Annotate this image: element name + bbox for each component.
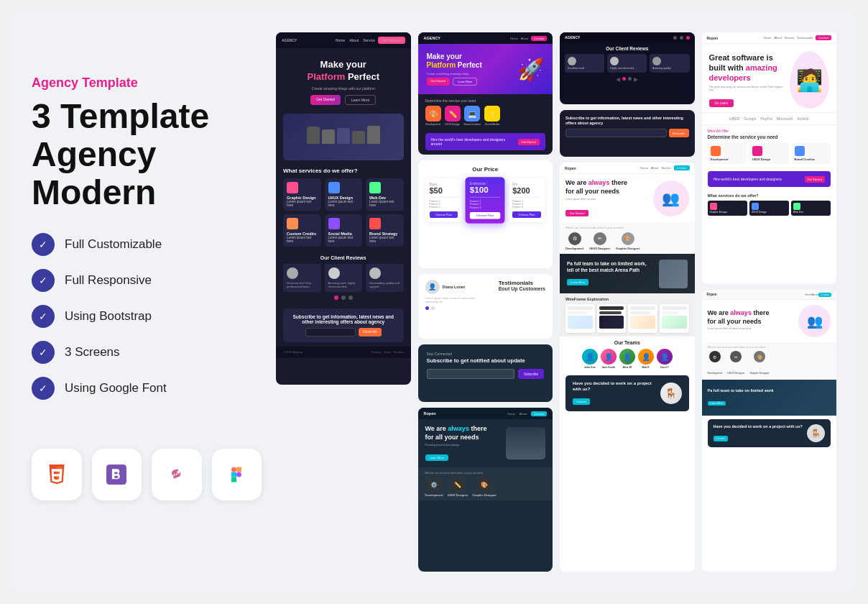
wlt-nav: Ropen Home About Service Contact	[560, 163, 695, 174]
gradient-software-template: Ropen Home About Service Testimonials Co…	[702, 32, 837, 284]
dark-learn-btn: Learn More	[345, 95, 377, 105]
plan-pro: Pro $200 Feature 1 Feature 2 Feature 3 C…	[508, 178, 545, 222]
testimonials-section: 👤 Diana Loner Lorem ipsum dolor sit amet…	[418, 274, 553, 339]
dark-services: What services do we offer? Graphic Desig…	[276, 163, 411, 251]
pricing-template: Our Price Basic $50 Feature 1 Feature 2 …	[418, 160, 553, 268]
dark-hero-buttons: Get Started Learn More	[283, 95, 404, 105]
dark-footer-links: Privacy · Terms · Contact	[371, 350, 403, 354]
wlt-hero: We are always therefor all your needs Lo…	[560, 174, 695, 222]
dm-learn-btn[interactable]: Learn More	[425, 454, 448, 461]
figma-icon	[212, 449, 262, 500]
dark-email-input[interactable]	[305, 328, 356, 337]
sdr-input[interactable]	[565, 129, 667, 137]
rwt-nav-dots: ◀ ▶	[565, 76, 690, 83]
test-nav	[425, 306, 546, 310]
dark-copyright: © 2024 Agency	[283, 350, 303, 354]
tech-icons	[32, 449, 262, 500]
wlt-svc-3: 🎨 Graphic Designer	[616, 232, 640, 250]
sdr-form: Subscribe	[565, 129, 689, 137]
svg-rect-5	[231, 472, 236, 477]
dark-service-2: UI/UX Design Lorem ipsum text here	[325, 178, 363, 211]
dm-svc-2: ✏️ UI/UX Designer	[448, 477, 468, 497]
check-icon-4: ✓	[32, 341, 55, 364]
dark-hero-sub: Create amazing things with our platform	[283, 86, 404, 91]
wlt-team: Our Teams 👤 John Doe 👤 Jane Smith 👤 A	[560, 337, 695, 372]
wlt-wf-grid	[565, 304, 689, 333]
plan-enterprise: Enterprise $100 Feature 1 Feature 2 Feat…	[466, 177, 505, 224]
wlt-svc-2: ✏ UI/UX Designer	[589, 232, 610, 250]
pd-hero: Make yourPlatform Perfect Create somethi…	[418, 44, 553, 94]
dark-reviews-row: Great service! Very professional team. A…	[283, 264, 404, 292]
dark-service-icon-4	[287, 218, 298, 229]
dark-subscribe-title: Subscribe to get information, latest new…	[290, 314, 397, 324]
sdr-submit-btn[interactable]: Subscribe	[669, 129, 689, 137]
dark-template-screenshot: AGENCY Home About Service Get Started Ma…	[276, 32, 411, 385]
dark-nav-links: Home About Service	[336, 38, 375, 42]
bs-cta-img: 🪑	[807, 424, 825, 442]
test-header: 👤 Diana Loner Lorem ipsum dolor sit amet…	[425, 280, 546, 303]
dm-service-items: ⚙️ Development ✏️ UI/UX Designer 🎨 Graph…	[425, 477, 546, 497]
dm-nav: Ropen Home About Contact	[418, 408, 553, 419]
plan-basic: Basic $50 Feature 1 Feature 2 Feature 3 …	[425, 178, 463, 222]
check-icon-3: ✓	[32, 305, 55, 328]
feature-4: ✓ 3 Screens	[32, 341, 262, 364]
rocket-emoji: 🚀	[517, 57, 544, 82]
feature-5: ✓ Using Google Font	[32, 377, 262, 400]
main-title-line2: Agency Modern	[32, 135, 156, 211]
pd-icons-row: 🎨 Development ✏️ UI/UX Design 💻 Brand Cr…	[425, 106, 546, 126]
wlt-svc-1: ⚙ Development	[565, 232, 583, 250]
dm-services: Where our services add value to your pro…	[418, 467, 553, 500]
bs-nav: Ropen Home About Contact	[702, 290, 837, 300]
gs-learn-btn[interactable]: Go Learn	[709, 99, 734, 107]
dark-team-area	[276, 111, 411, 163]
wf-3	[628, 304, 657, 333]
wf-1	[565, 304, 595, 333]
check-icon-1: ✓	[32, 233, 55, 256]
sub-dark-input[interactable]	[427, 369, 514, 379]
dark-subscribe-btn[interactable]: Subscribe	[359, 328, 382, 337]
gs-hire-bar: Hire world's best developers and designe…	[708, 171, 831, 187]
svg-rect-7	[236, 467, 241, 472]
wf-4	[660, 304, 689, 333]
dark-footer: © 2024 Agency Privacy · Terms · Contact	[276, 347, 411, 358]
wlt-cta-btn[interactable]: Get Started	[565, 210, 588, 216]
wf-2	[597, 304, 627, 333]
dark-service-icon-2	[328, 182, 340, 193]
dark-subscribe-row: Subscribe	[290, 328, 397, 337]
wlt-learn-btn[interactable]: Learn More	[567, 279, 588, 285]
subscribe-dark-right: Subscribe to get information, latest new…	[560, 110, 695, 157]
wlt-cta-img: 🪑	[660, 383, 682, 404]
bs-team-btn[interactable]: Learn More	[708, 401, 726, 406]
pricing-inner: Our Price Basic $50 Feature 1 Feature 2 …	[418, 160, 553, 228]
dm-hero: We are always therefor all your needs Pr…	[418, 419, 553, 467]
col-grad: Ropen Home About Service Testimonials Co…	[702, 32, 837, 572]
dark-services-grid: Graphic Design Lorem ipsum text here UI/…	[283, 178, 404, 247]
pricing-title: Our Price	[425, 166, 546, 173]
purple-dark-template: AGENCY Home About Contact Make yourPlatf…	[418, 32, 553, 155]
wlt-member-1: 👤 John Doe	[582, 349, 598, 369]
rwt-card-3: Amazing quality!	[650, 54, 689, 73]
dark-cta-btn: Get Started	[310, 95, 341, 105]
dark-modern-template: Ropen Home About Contact We are always t…	[418, 408, 553, 572]
left-panel: Agency Template 3 Template Agency Modern…	[32, 32, 262, 572]
dark-hero-title: Make yourPlatform Perfect	[283, 59, 404, 83]
sub-dark-btn[interactable]: Subscribe	[518, 369, 544, 379]
dark-nav: AGENCY Home About Service Get Started	[276, 32, 411, 48]
check-icon-2: ✓	[32, 269, 55, 292]
dark-service-3: Web Dev Lorem ipsum text here	[366, 178, 404, 211]
svg-rect-6	[231, 477, 236, 482]
dark-reviews-title: Our Client Reviews	[283, 255, 404, 260]
gs-svc-grid: Graphic Design UI/UX Design Web Dev	[708, 201, 831, 216]
wlt-member-3: 👤 Alice W	[619, 349, 635, 369]
wlt-cta-contact-btn[interactable]: Contact	[573, 398, 590, 405]
dark-services-title: What services do we offer?	[283, 168, 404, 174]
bs-contact-btn[interactable]: Contact	[714, 436, 728, 441]
pd-services: Determine the service you need 🎨 Develop…	[418, 94, 553, 130]
gs-hero: Great software isbuilt with amazingdevel…	[702, 44, 837, 112]
dark-service-icon-5	[328, 218, 340, 229]
rwt-card-2: Highly recommended.	[607, 54, 647, 73]
svg-rect-4	[231, 467, 236, 472]
gs-hero-figure: 🧑‍💻	[790, 51, 829, 109]
sass-icon	[152, 449, 202, 500]
bottom-screens: Ropen Home About Contact We are always t…	[702, 290, 837, 572]
